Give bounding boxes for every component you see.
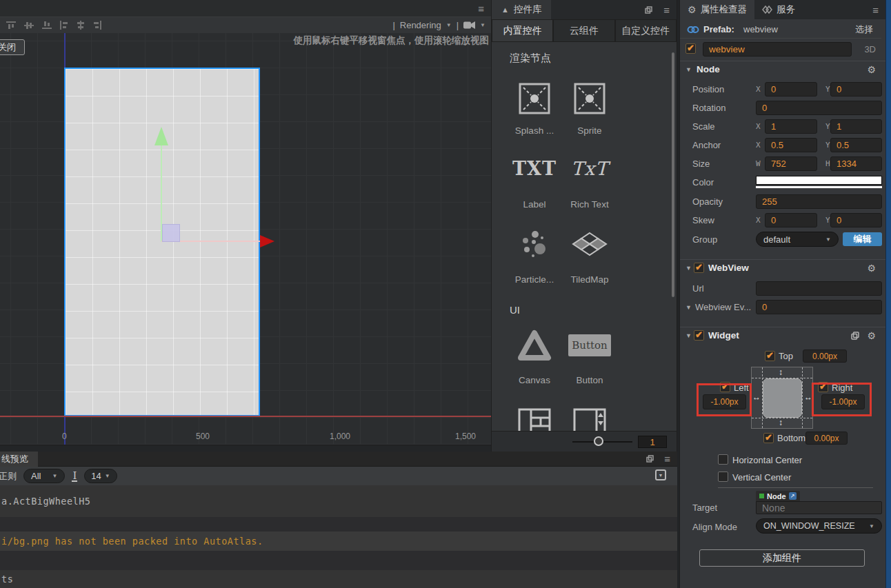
node-name-input[interactable]: webview (703, 42, 852, 57)
popout-icon[interactable] (646, 455, 654, 463)
library-item-label-widget[interactable]: TXT (507, 158, 562, 179)
widget-enabled-checkbox[interactable] (694, 330, 704, 341)
mode-3d-label[interactable]: 3D (864, 44, 876, 54)
service-icon (762, 6, 772, 14)
camera-caret-icon[interactable]: ▼ (480, 22, 485, 28)
tab-custom-widgets[interactable]: 自定义控件 (615, 19, 677, 42)
node-section-header[interactable]: ▼ Node ⚙ (680, 61, 885, 77)
library-item-splash[interactable] (507, 82, 562, 115)
scene-hscrollbar[interactable] (0, 445, 491, 452)
size-h-input[interactable]: 1334 (830, 156, 882, 171)
opacity-input[interactable]: 255 (756, 194, 882, 209)
scale-y-input[interactable]: 1 (830, 119, 882, 134)
log-line-warning[interactable]: i/bg.png has not been packed into AutoAt… (0, 531, 677, 551)
align-top-icon[interactable] (6, 21, 17, 30)
align-middle-icon[interactable] (23, 21, 34, 30)
external-link-icon[interactable]: ↗ (789, 492, 797, 500)
scroll-to-bottom-icon[interactable]: ▼ (655, 469, 666, 480)
tab-property-inspector[interactable]: ⚙ 属性检查器 (680, 0, 754, 19)
camera-icon[interactable] (463, 21, 475, 29)
library-item-button[interactable]: Button (562, 334, 617, 356)
collapse-icon[interactable]: ▼ (685, 304, 692, 311)
group-edit-button[interactable]: 编辑 (843, 232, 882, 246)
webview-section-header[interactable]: ▼ WebView ⚙ (680, 259, 885, 276)
opacity-row: Opacity 255 (680, 194, 881, 209)
scale-x-input[interactable]: 1 (765, 119, 817, 134)
align-left-icon[interactable] (59, 21, 69, 30)
vertical-center-checkbox[interactable] (718, 472, 728, 482)
inspector-scrollbar[interactable] (885, 0, 891, 588)
panel-menu-icon[interactable]: ≡ (872, 5, 879, 15)
panel-menu-icon[interactable]: ≡ (663, 5, 670, 15)
log-line[interactable] (0, 551, 677, 570)
library-item-particle[interactable] (507, 228, 562, 260)
tab-services[interactable]: 服务 (754, 0, 803, 19)
popout-icon[interactable] (645, 6, 652, 14)
log-line[interactable]: ts (0, 570, 677, 588)
rendering-dropdown[interactable]: Rendering (400, 20, 441, 30)
zoom-slider-knob[interactable] (594, 436, 603, 446)
rotation-input[interactable]: 0 (756, 101, 882, 115)
target-input[interactable]: None (756, 501, 882, 514)
anchor-y-input[interactable]: 0.5 (830, 138, 882, 152)
library-item-canvas[interactable] (507, 329, 562, 362)
tab-cloud-components[interactable]: 云组件 (553, 19, 614, 42)
gizmo-anchor-square[interactable] (162, 224, 180, 242)
tab-builtin-widgets[interactable]: 内置控件 (492, 19, 553, 42)
widget-bottom-input[interactable]: 0.00px (805, 432, 848, 445)
gear-icon[interactable]: ⚙ (867, 331, 876, 341)
gizmo-y-arrowhead-icon[interactable] (154, 127, 168, 145)
library-panel-tab[interactable]: ▲ 控件库 (492, 0, 551, 19)
gizmo-x-arrowhead-icon[interactable] (260, 235, 274, 247)
anchor-x-input[interactable]: 0.5 (765, 138, 817, 152)
close-button[interactable]: 关闭 (0, 39, 25, 55)
position-x-input[interactable]: 0 (765, 82, 817, 97)
url-input[interactable] (756, 281, 882, 296)
color-swatch[interactable] (756, 176, 882, 185)
align-bottom-icon[interactable] (41, 21, 52, 30)
align-center-icon[interactable] (76, 21, 86, 30)
library-item-richtext[interactable]: TxT (562, 158, 617, 179)
position-y-input[interactable]: 0 (830, 82, 882, 97)
widget-alignment-diagram[interactable]: ↕ ↕ ↔ ↔ (751, 367, 813, 429)
webview-events-input[interactable]: 0 (756, 300, 882, 314)
widget-top-input[interactable]: 0.00px (803, 349, 847, 363)
library-item-scrollview[interactable] (562, 408, 617, 431)
rendering-caret-icon[interactable]: ▼ (446, 22, 452, 28)
log-line[interactable]: a.ActBigWheelH5 (0, 485, 677, 517)
label-icon: TXT (512, 158, 557, 179)
align-right-icon[interactable] (92, 21, 102, 30)
library-item-layout[interactable] (507, 408, 562, 431)
horizontal-center-checkbox[interactable] (718, 454, 728, 465)
node-active-checkbox[interactable] (685, 43, 696, 54)
library-item-tiledmap[interactable] (562, 231, 617, 257)
widget-bottom-checkbox[interactable] (763, 433, 774, 443)
webview-enabled-checkbox[interactable] (694, 263, 704, 273)
widget-section-header[interactable]: ▼ Widget ⚙ (680, 327, 885, 343)
zoom-value-input[interactable]: 1 (638, 436, 667, 448)
skew-y-input[interactable]: 0 (830, 213, 882, 227)
dropdown-caret-icon: ▼ (52, 473, 57, 479)
console-tab[interactable]: 线预览 (0, 452, 38, 467)
panel-menu-icon[interactable]: ≡ (478, 3, 484, 14)
library-panel-title: 控件库 (514, 3, 542, 16)
group-dropdown[interactable]: default ▼ (756, 232, 839, 247)
font-size-dropdown[interactable]: 14 ▼ (84, 469, 117, 483)
log-line[interactable] (0, 517, 677, 531)
panel-menu-icon[interactable]: ≡ (664, 454, 670, 464)
prop-label: Url (692, 283, 704, 294)
skew-x-input[interactable]: 0 (765, 213, 817, 227)
scene-viewport[interactable]: 使用鼠标右键平移视窗焦点，使用滚轮缩放视图 关闭 0 500 1,000 1,5… (0, 33, 491, 452)
copy-icon[interactable] (851, 332, 859, 340)
prefab-select-button[interactable]: 选择 (855, 23, 873, 36)
gear-icon[interactable]: ⚙ (867, 263, 876, 273)
webview-node-rect[interactable] (64, 68, 260, 416)
library-item-sprite[interactable] (562, 82, 617, 115)
size-w-input[interactable]: 752 (765, 156, 817, 171)
align-mode-dropdown[interactable]: ON_WINDOW_RESIZE ▼ (756, 518, 882, 534)
gear-icon[interactable]: ⚙ (867, 65, 876, 74)
widget-top-checkbox[interactable] (765, 351, 775, 361)
library-scrollbar[interactable] (672, 52, 674, 297)
filter-dropdown[interactable]: All ▼ (23, 469, 65, 483)
add-component-button[interactable]: 添加组件 (699, 549, 865, 567)
